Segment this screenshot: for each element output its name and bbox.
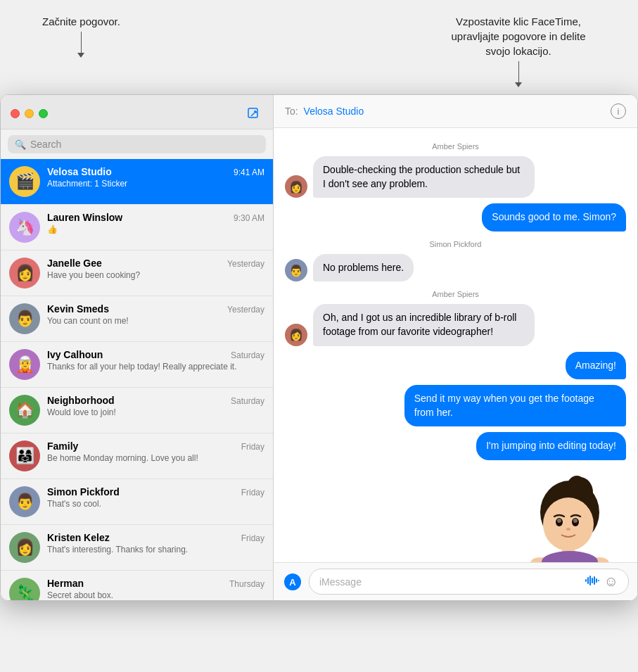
conv-preview-kristen: That's interesting. Thanks for sharing. <box>47 545 264 554</box>
conv-preview-velosa: Attachment: 1 Sticker <box>47 179 264 189</box>
svg-point-12 <box>566 528 570 531</box>
conv-content-kevin: Kevin SmedsYesterdayYou can count on me! <box>47 303 264 326</box>
svg-rect-23 <box>587 577 589 584</box>
conv-name-janelle: Janelle Gee <box>47 258 102 269</box>
conversations-list: 🎬Velosa Studio9:41 AMAttachment: 1 Stick… <box>1 159 273 600</box>
annotation-left-text: Začnite pogovor. <box>42 15 120 27</box>
msg-avatar: 👨 <box>285 259 307 281</box>
conv-time-family: Friday <box>241 442 264 452</box>
conversation-item-kevin[interactable]: 👨Kevin SmedsYesterdayYou can count on me… <box>1 296 273 342</box>
conv-preview-herman: Secret about box. <box>47 590 264 600</box>
sidebar: 🔍 Search 🎬Velosa Studio9:41 AMAttachment… <box>1 95 274 600</box>
svg-point-6 <box>567 476 587 498</box>
conv-time-ivy: Saturday <box>231 350 264 360</box>
svg-point-7 <box>543 497 594 551</box>
conv-name-neighborhood: Neighborhood <box>47 395 115 406</box>
sidebar-titlebar <box>1 95 273 129</box>
svg-point-10 <box>557 519 561 523</box>
conv-time-simon: Friday <box>241 488 264 497</box>
svg-rect-28 <box>598 580 599 581</box>
message-bubble-4: No problems here. <box>313 254 414 282</box>
chat-input-bar: A iMessage <box>274 562 637 600</box>
conv-name-lauren: Lauren Winslow <box>47 212 122 223</box>
info-button[interactable]: i <box>611 103 626 119</box>
messages-area: Amber Spiers👩Double-checking the product… <box>274 128 637 562</box>
sender-label: Simon Pickford <box>285 240 626 248</box>
message-bubble-7: Amazing! <box>566 352 626 380</box>
conv-name-velosa: Velosa Studio <box>47 166 112 177</box>
conv-preview-lauren: 👍 <box>47 224 264 234</box>
imessage-placeholder: iMessage <box>319 576 362 588</box>
fullscreen-button[interactable] <box>39 109 48 118</box>
conv-preview-janelle: Have you been cooking? <box>47 270 264 280</box>
sender-label: Amber Spiers <box>285 290 626 298</box>
conv-time-kevin: Yesterday <box>227 305 264 315</box>
chat-to: To: Velosa Studio <box>285 106 364 117</box>
conversation-item-lauren[interactable]: 🦄Lauren Winslow9:30 AM👍 <box>1 205 273 251</box>
message-bubble-6: Oh, and I got us an incredible library o… <box>313 304 535 345</box>
search-input[interactable]: Search <box>30 139 61 150</box>
conversation-item-kristen[interactable]: 👩Kristen KelezFridayThat's interesting. … <box>1 525 273 571</box>
conversation-item-velosa[interactable]: 🎬Velosa Studio9:41 AMAttachment: 1 Stick… <box>1 159 273 205</box>
app-window: 🔍 Search 🎬Velosa Studio9:41 AMAttachment… <box>0 94 638 601</box>
message-row-4: 👨No problems here. <box>285 254 626 282</box>
conv-name-kevin: Kevin Smeds <box>47 303 109 315</box>
imessage-input[interactable]: iMessage <box>309 569 629 595</box>
conversation-item-herman[interactable]: 🦎HermanThursdaySecret about box. <box>1 571 273 600</box>
conv-name-kristen: Kristen Kelez <box>47 532 110 543</box>
conversation-item-janelle[interactable]: 👩Janelle GeeYesterdayHave you been cooki… <box>1 251 273 296</box>
message-bubble-2: Sounds good to me. Simon? <box>482 203 626 232</box>
conv-time-herman: Thursday <box>229 579 264 589</box>
message-bubble-8: Send it my way when you get the footage … <box>404 385 626 426</box>
conv-content-janelle: Janelle GeeYesterdayHave you been cookin… <box>47 258 264 280</box>
conv-name-ivy: Ivy Calhoun <box>47 349 103 360</box>
avatar-kristen: 👩 <box>9 532 40 563</box>
svg-text:A: A <box>289 577 296 588</box>
recipient-name: Velosa Studio <box>304 106 364 117</box>
conv-preview-family: Be home Monday morning. Love you all! <box>47 453 264 463</box>
annotation-left: Začnite pogovor. <box>42 14 120 87</box>
search-bar[interactable]: 🔍 Search <box>8 135 266 153</box>
svg-point-18 <box>542 551 598 562</box>
message-row-2: Sounds good to me. Simon? <box>285 203 626 232</box>
svg-rect-27 <box>596 578 597 583</box>
conversation-item-ivy[interactable]: 🧝Ivy CalhounSaturdayThanks for all your … <box>1 342 273 388</box>
conversation-item-neighborhood[interactable]: 🏠NeighborhoodSaturdayWould love to join! <box>1 388 273 433</box>
conv-content-kristen: Kristen KelezFridayThat's interesting. T… <box>47 532 264 554</box>
chat-header: To: Velosa Studio i <box>274 95 637 128</box>
conv-time-velosa: 9:41 AM <box>234 167 264 177</box>
svg-line-1 <box>251 111 256 116</box>
message-bubble-1: Double-checking the production schedule … <box>313 156 535 198</box>
app-store-button[interactable]: A <box>282 571 303 592</box>
avatar-neighborhood: 🏠 <box>9 395 40 426</box>
avatar-ivy: 🧝 <box>9 349 40 380</box>
svg-rect-25 <box>592 578 593 583</box>
message-row-7: Amazing! <box>285 352 626 380</box>
msg-avatar: 👩 <box>285 175 307 198</box>
conversation-item-family[interactable]: 👨‍👩‍👧FamilyFridayBe home Monday morning.… <box>1 433 273 479</box>
avatar-janelle: 👩 <box>9 258 40 289</box>
conv-name-herman: Herman <box>47 578 84 589</box>
traffic-lights <box>11 109 48 118</box>
conv-preview-simon: That's so cool. <box>47 499 264 509</box>
conv-name-family: Family <box>47 440 78 452</box>
emoji-icon[interactable]: ☺ <box>604 573 618 590</box>
avatar-kevin: 👨 <box>9 303 40 334</box>
conv-content-neighborhood: NeighborhoodSaturdayWould love to join! <box>47 395 264 417</box>
annotation-right: Vzpostavite klic FaceTime, upravljajte p… <box>441 14 596 87</box>
avatar-lauren: 🦄 <box>9 212 40 243</box>
memoji-container <box>285 471 626 562</box>
conv-preview-neighborhood: Would love to join! <box>47 407 264 417</box>
main-pane: To: Velosa Studio i Amber Spiers👩Double-… <box>274 95 637 600</box>
conv-content-simon: Simon PickfordFridayThat's so cool. <box>47 486 264 509</box>
svg-point-11 <box>573 519 578 523</box>
svg-rect-24 <box>589 576 591 585</box>
sender-label: Amber Spiers <box>285 142 626 151</box>
conv-time-lauren: 9:30 AM <box>234 213 264 223</box>
conv-time-neighborhood: Saturday <box>231 396 264 406</box>
minimize-button[interactable] <box>25 109 34 118</box>
compose-button[interactable] <box>243 103 263 123</box>
conversation-item-simon[interactable]: 👨Simon PickfordFridayThat's so cool. <box>1 479 273 525</box>
avatar-herman: 🦎 <box>9 578 40 600</box>
close-button[interactable] <box>11 109 20 118</box>
